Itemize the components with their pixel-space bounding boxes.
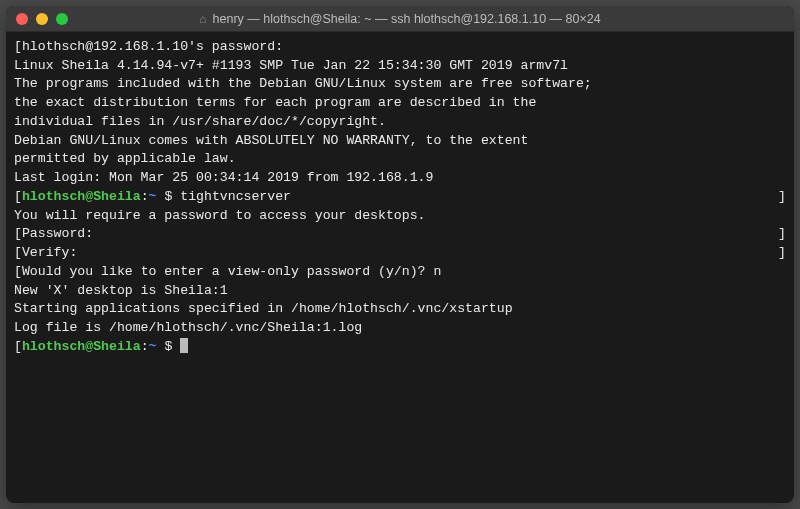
bracket-open: [	[14, 39, 22, 54]
bracket-close: ]	[778, 188, 786, 207]
output-line: Starting applications specified in /home…	[14, 300, 786, 319]
bracket-open: [	[14, 226, 22, 241]
maximize-button[interactable]	[56, 13, 68, 25]
prompt-dollar: $	[156, 339, 180, 354]
bracket-open: [	[14, 339, 22, 354]
output-line: hlothsch@192.168.1.10's password:	[22, 39, 283, 54]
prompt-line[interactable]: [hlothsch@Sheila:~ $	[14, 338, 786, 357]
output-line: Linux Sheila 4.14.94-v7+ #1193 SMP Tue J…	[14, 57, 786, 76]
terminal-output[interactable]: [hlothsch@192.168.1.10's password:Linux …	[6, 32, 794, 503]
command-input: tightvncserver	[180, 189, 291, 204]
minimize-button[interactable]	[36, 13, 48, 25]
bracket-close: ]	[778, 225, 786, 244]
output-line: Log file is /home/hlothsch/.vnc/Sheila:1…	[14, 319, 786, 338]
bracket-open: [	[14, 264, 22, 279]
bracket-open: [	[14, 245, 22, 260]
output-line: the exact distribution terms for each pr…	[14, 94, 786, 113]
output-line: The programs included with the Debian GN…	[14, 75, 786, 94]
prompt-line: ][hlothsch@Sheila:~ $ tightvncserver	[14, 188, 786, 207]
titlebar[interactable]: ⌂ henry — hlothsch@Sheila: ~ — ssh hloth…	[6, 6, 794, 32]
output-line: Would you like to enter a view-only pass…	[22, 264, 441, 279]
prompt-userhost: hlothsch@Sheila	[22, 339, 141, 354]
home-icon: ⌂	[199, 12, 206, 26]
window-controls	[16, 13, 68, 25]
prompt-colon: :	[141, 189, 149, 204]
bracket-open: [	[14, 189, 22, 204]
close-button[interactable]	[16, 13, 28, 25]
window-title: ⌂ henry — hlothsch@Sheila: ~ — ssh hloth…	[16, 12, 784, 26]
prompt-colon: :	[141, 339, 149, 354]
output-line: New 'X' desktop is Sheila:1	[14, 282, 786, 301]
terminal-window: ⌂ henry — hlothsch@Sheila: ~ — ssh hloth…	[6, 6, 794, 503]
cursor	[180, 338, 188, 353]
output-line: You will require a password to access yo…	[14, 207, 786, 226]
output-line: Debian GNU/Linux comes with ABSOLUTELY N…	[14, 132, 786, 151]
prompt-dollar: $	[156, 189, 180, 204]
output-line: Last login: Mon Mar 25 00:34:14 2019 fro…	[14, 169, 786, 188]
bracket-close: ]	[778, 244, 786, 263]
prompt-userhost: hlothsch@Sheila	[22, 189, 141, 204]
output-line: Password:	[22, 226, 93, 241]
output-line: Verify:	[22, 245, 77, 260]
title-text: henry — hlothsch@Sheila: ~ — ssh hlothsc…	[213, 12, 601, 26]
output-line: permitted by applicable law.	[14, 150, 786, 169]
output-line: individual files in /usr/share/doc/*/cop…	[14, 113, 786, 132]
